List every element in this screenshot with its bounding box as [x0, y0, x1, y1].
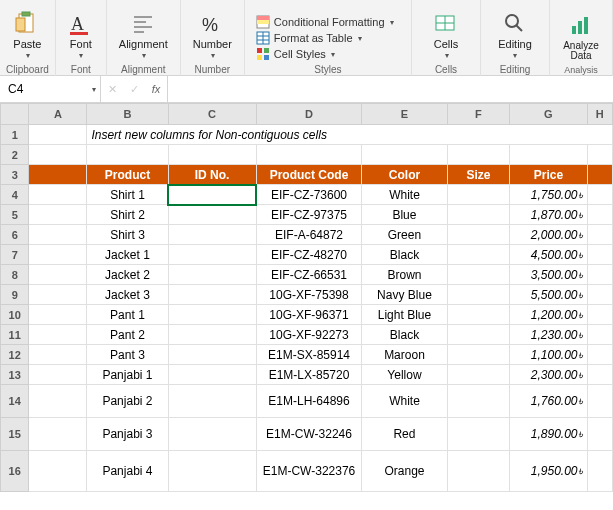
cell[interactable]	[29, 265, 87, 285]
cell[interactable]	[29, 185, 87, 205]
cell[interactable]	[29, 385, 87, 418]
cell[interactable]	[87, 145, 168, 165]
id-cell[interactable]	[168, 345, 256, 365]
cell-styles-button[interactable]: Cell Styles▾	[254, 46, 337, 62]
cell[interactable]	[168, 145, 256, 165]
enter-formula-button[interactable]: ✓	[123, 76, 145, 102]
cell[interactable]	[29, 325, 87, 345]
product-cell[interactable]: Panjabi 4	[87, 451, 168, 492]
color-cell[interactable]: Black	[362, 325, 447, 345]
size-cell[interactable]	[447, 245, 510, 265]
price-cell[interactable]: 1,890.00৳	[510, 418, 587, 451]
cell[interactable]	[587, 365, 612, 385]
color-cell[interactable]: Blue	[362, 205, 447, 225]
editing-button[interactable]: Editing▾	[492, 9, 538, 62]
code-cell[interactable]: EIF-A-64872	[256, 225, 362, 245]
row-header[interactable]: 4	[1, 185, 29, 205]
size-cell[interactable]	[447, 205, 510, 225]
cell[interactable]	[587, 345, 612, 365]
price-cell[interactable]: 2,000.00৳	[510, 225, 587, 245]
id-cell[interactable]	[168, 418, 256, 451]
hdr-code[interactable]: Product Code	[256, 165, 362, 185]
color-cell[interactable]: Green	[362, 225, 447, 245]
code-cell[interactable]: E1M-CW-322376	[256, 451, 362, 492]
row-header[interactable]: 6	[1, 225, 29, 245]
col-header-B[interactable]: B	[87, 104, 168, 125]
id-cell[interactable]	[168, 325, 256, 345]
product-cell[interactable]: Shirt 3	[87, 225, 168, 245]
id-cell[interactable]	[168, 285, 256, 305]
price-cell[interactable]: 2,300.00৳	[510, 365, 587, 385]
cell[interactable]	[29, 305, 87, 325]
price-cell[interactable]: 1,100.00৳	[510, 345, 587, 365]
id-cell[interactable]	[168, 245, 256, 265]
title-cell[interactable]: Insert new columns for Non-contiguous ce…	[87, 125, 613, 145]
size-cell[interactable]	[447, 451, 510, 492]
product-cell[interactable]: Jacket 3	[87, 285, 168, 305]
code-cell[interactable]: EIF-CZ-97375	[256, 205, 362, 225]
worksheet-grid[interactable]: ABCDEFGH 1Insert new columns for Non-con…	[0, 103, 613, 510]
format-as-table-button[interactable]: Format as Table▾	[254, 30, 364, 46]
cell[interactable]	[447, 145, 510, 165]
color-cell[interactable]: White	[362, 385, 447, 418]
cell-a1[interactable]	[29, 125, 87, 145]
color-cell[interactable]: Maroon	[362, 345, 447, 365]
size-cell[interactable]	[447, 265, 510, 285]
row-header[interactable]: 8	[1, 265, 29, 285]
row-header[interactable]: 13	[1, 365, 29, 385]
col-header-F[interactable]: F	[447, 104, 510, 125]
alignment-button[interactable]: Alignment▾	[113, 9, 174, 62]
size-cell[interactable]	[447, 345, 510, 365]
code-cell[interactable]: 10G-XF-96371	[256, 305, 362, 325]
row-header[interactable]: 10	[1, 305, 29, 325]
row-header[interactable]: 11	[1, 325, 29, 345]
hdr-product[interactable]: Product	[87, 165, 168, 185]
id-cell[interactable]	[168, 451, 256, 492]
size-cell[interactable]	[447, 385, 510, 418]
row-header[interactable]: 2	[1, 145, 29, 165]
code-cell[interactable]: EIF-CZ-66531	[256, 265, 362, 285]
number-button[interactable]: % Number▾	[187, 9, 238, 62]
product-cell[interactable]: Pant 1	[87, 305, 168, 325]
cell[interactable]	[29, 365, 87, 385]
product-cell[interactable]: Shirt 1	[87, 185, 168, 205]
cell[interactable]	[29, 285, 87, 305]
col-header-A[interactable]: A	[29, 104, 87, 125]
price-cell[interactable]: 1,750.00৳	[510, 185, 587, 205]
row-header[interactable]: 7	[1, 245, 29, 265]
hdr-color[interactable]: Color	[362, 165, 447, 185]
price-cell[interactable]: 1,870.00৳	[510, 205, 587, 225]
cell[interactable]	[29, 418, 87, 451]
cell[interactable]	[587, 305, 612, 325]
size-cell[interactable]	[447, 325, 510, 345]
color-cell[interactable]: Red	[362, 418, 447, 451]
row-header[interactable]: 3	[1, 165, 29, 185]
product-cell[interactable]: Jacket 1	[87, 245, 168, 265]
code-cell[interactable]: E1M-LX-85720	[256, 365, 362, 385]
cells-button[interactable]: Cells▾	[427, 9, 465, 62]
price-cell[interactable]: 5,500.00৳	[510, 285, 587, 305]
product-cell[interactable]: Pant 2	[87, 325, 168, 345]
cell[interactable]	[29, 165, 87, 185]
row-header[interactable]: 1	[1, 125, 29, 145]
product-cell[interactable]: Shirt 2	[87, 205, 168, 225]
color-cell[interactable]: Brown	[362, 265, 447, 285]
cell[interactable]	[587, 285, 612, 305]
cell[interactable]	[29, 145, 87, 165]
cell[interactable]	[362, 145, 447, 165]
col-header-E[interactable]: E	[362, 104, 447, 125]
cell[interactable]	[587, 451, 612, 492]
cell[interactable]	[29, 205, 87, 225]
color-cell[interactable]: Black	[362, 245, 447, 265]
cell[interactable]	[587, 145, 612, 165]
cell[interactable]	[587, 265, 612, 285]
color-cell[interactable]: Light Blue	[362, 305, 447, 325]
cell[interactable]	[587, 165, 612, 185]
name-box[interactable]: C4▾	[0, 76, 101, 102]
conditional-formatting-button[interactable]: Conditional Formatting▾	[254, 14, 396, 30]
size-cell[interactable]	[447, 418, 510, 451]
row-header[interactable]: 15	[1, 418, 29, 451]
price-cell[interactable]: 1,950.00৳	[510, 451, 587, 492]
product-cell[interactable]: Pant 3	[87, 345, 168, 365]
code-cell[interactable]: 10G-XF-75398	[256, 285, 362, 305]
